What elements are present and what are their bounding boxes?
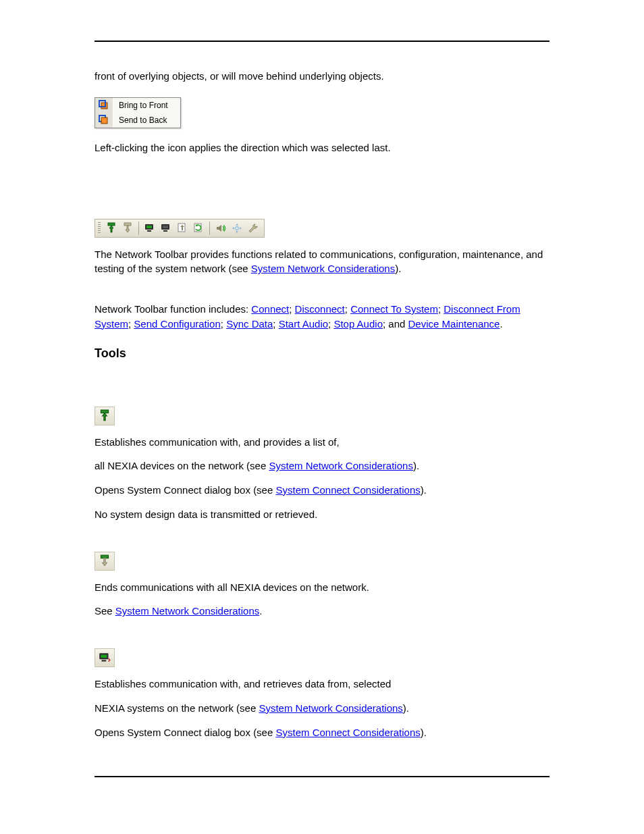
disconnect-from-system-icon	[160, 222, 172, 234]
text: Opens System Connect dialog box (see	[95, 484, 275, 496]
text: ;	[273, 318, 278, 330]
toolbar-grip	[98, 222, 101, 234]
network-toolbar-paragraph: The Network Toolbar provides functions r…	[95, 247, 549, 277]
text: ).	[403, 702, 409, 714]
disconnect-tool-icon-box	[95, 552, 115, 571]
send-configuration-icon	[176, 222, 188, 234]
send-to-back-icon	[95, 113, 113, 128]
network-toolbar	[95, 219, 265, 238]
text: all NEXIA devices on the network (see	[95, 460, 269, 471]
stop-audio-icon	[231, 222, 243, 234]
text: ;	[345, 303, 350, 315]
text: ;	[438, 303, 444, 315]
disconnect-line-1: Ends communications with all NEXIA devic…	[95, 580, 549, 595]
text: See	[95, 605, 115, 617]
connect-line-4: No system design data is transmitted or …	[95, 507, 549, 522]
svg-point-14	[236, 226, 238, 229]
disconnect-icon	[122, 222, 134, 234]
connect-to-system-icon	[98, 651, 111, 664]
text: NEXIA systems on the network (see	[95, 702, 259, 714]
text: .	[259, 605, 262, 617]
device-maintenance-button[interactable]	[246, 221, 261, 236]
svg-rect-18	[101, 655, 107, 658]
connect-button[interactable]	[104, 221, 119, 236]
system-network-considerations-link[interactable]: System Network Considerations	[269, 460, 412, 471]
svg-rect-11	[163, 230, 167, 232]
stop-audio-button[interactable]	[230, 221, 244, 236]
menu-item-send-to-back[interactable]: Send to Back	[95, 113, 180, 128]
send-configuration-button[interactable]	[175, 221, 190, 236]
disconnect-icon	[98, 554, 111, 568]
svg-rect-5	[124, 223, 131, 226]
send-configuration-link[interactable]: Send Configuration	[134, 318, 220, 330]
connect-icon	[105, 222, 117, 234]
connect-to-system-button[interactable]	[142, 221, 157, 236]
text: ).	[395, 263, 401, 274]
text: and	[388, 318, 408, 330]
bottom-rule	[95, 776, 549, 777]
svg-rect-19	[102, 660, 107, 661]
toolbar-separator	[209, 221, 210, 235]
text: Opens System Connect dialog box (see	[95, 727, 275, 738]
connect-system-line-3: Opens System Connect dialog box (see Sys…	[95, 725, 549, 740]
start-audio-button[interactable]	[213, 221, 228, 236]
connect-icon	[98, 409, 111, 423]
intro-paragraph-2: Left-clicking the icon applies the direc…	[95, 140, 549, 155]
svg-rect-10	[163, 226, 168, 228]
text: ;	[289, 303, 294, 315]
connect-link[interactable]: Connect	[251, 303, 289, 315]
svg-rect-16	[101, 555, 108, 558]
toolbar-separator	[138, 221, 139, 235]
connect-system-line-1: Establishes communication with, and retr…	[95, 677, 549, 692]
text: Network Toolbar function includes:	[95, 303, 251, 315]
disconnect-from-system-button[interactable]	[159, 221, 173, 236]
connect-line-1: Establishes communication with, and prov…	[95, 435, 549, 450]
system-network-considerations-link[interactable]: System Network Considerations	[259, 702, 402, 714]
connect-line-2: all NEXIA devices on the network (see Sy…	[95, 459, 549, 473]
connect-line-3: Opens System Connect dialog box (see Sys…	[95, 483, 549, 498]
connect-system-line-2: NEXIA systems on the network (see System…	[95, 701, 549, 716]
connect-to-system-icon	[144, 222, 156, 234]
stop-audio-link[interactable]: Stop Audio	[333, 318, 383, 330]
sync-data-icon	[192, 222, 205, 234]
start-audio-icon	[215, 222, 227, 234]
menu-item-label: Send to Back	[113, 115, 167, 125]
connect-to-system-tool-icon-box	[95, 648, 115, 667]
text: ).	[421, 727, 427, 738]
bring-to-front-icon	[95, 98, 113, 113]
connect-tool-icon-box	[95, 407, 115, 425]
text: ).	[413, 460, 419, 471]
system-network-considerations-link[interactable]: System Network Considerations	[115, 605, 259, 617]
connect-to-system-link[interactable]: Connect To System	[350, 303, 438, 315]
device-maintenance-icon	[247, 222, 259, 234]
menu-item-bring-to-front[interactable]: Bring to Front	[95, 98, 180, 113]
zorder-dropdown-menu: Bring to Front Send to Back	[95, 97, 181, 128]
disconnect-line-2: See System Network Considerations.	[95, 604, 549, 619]
device-maintenance-link[interactable]: Device Maintenance	[408, 318, 500, 330]
disconnect-button[interactable]	[120, 221, 135, 236]
disconnect-link[interactable]: Disconnect	[295, 303, 345, 315]
menu-item-label: Bring to Front	[113, 101, 168, 110]
system-connect-considerations-link[interactable]: System Connect Considerations	[275, 484, 420, 496]
sync-data-button[interactable]	[191, 221, 206, 236]
svg-rect-0	[101, 103, 107, 109]
sync-data-link[interactable]: Sync Data	[226, 318, 273, 330]
start-audio-link[interactable]: Start Audio	[279, 318, 328, 330]
system-connect-considerations-link[interactable]: System Connect Considerations	[275, 727, 420, 738]
intro-paragraph-1: front of overlying objects, or will move…	[95, 69, 549, 84]
text: ).	[421, 484, 427, 496]
system-network-considerations-link[interactable]: System Network Considerations	[251, 263, 395, 274]
network-toolbar-functions: Network Toolbar function includes: Conne…	[95, 302, 549, 332]
svg-rect-8	[147, 230, 151, 232]
svg-rect-3	[101, 118, 107, 124]
text: ;	[221, 318, 226, 330]
svg-rect-7	[146, 226, 152, 228]
text: .	[500, 318, 502, 330]
tools-heading: Tools	[95, 346, 549, 361]
